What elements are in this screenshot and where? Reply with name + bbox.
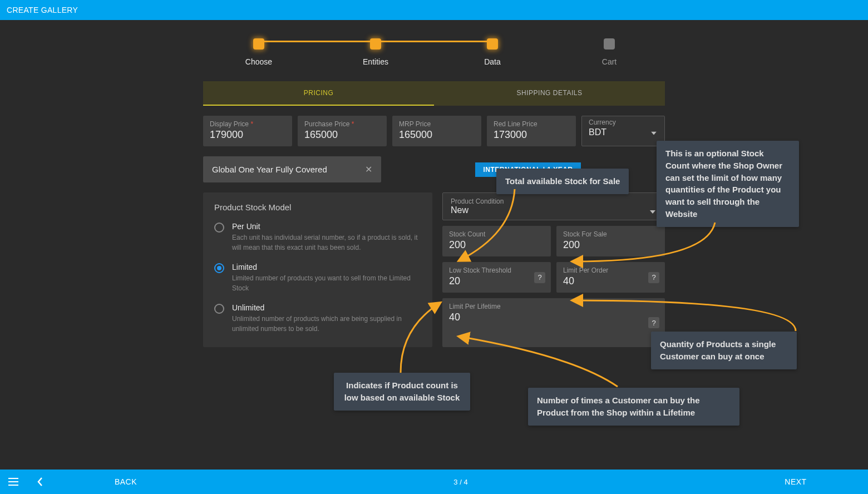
field-value: 179000 [210,129,285,141]
step-label: Cart [602,57,617,66]
field-value: 165000 [399,129,475,141]
radio-label: Limited [232,263,421,271]
step-label: Choose [245,57,272,66]
radio-desc: Unlimited number of products which are b… [232,314,421,334]
step-box [370,38,381,50]
radio-limited[interactable]: Limited Limited number of products you w… [214,263,421,293]
callout-limit-lifetime: Number of times a Customer can buy the P… [528,388,739,426]
step-box [487,38,498,50]
stepper: Choose Entities Data Cart [0,36,868,69]
step-choose[interactable]: Choose [200,38,317,66]
header-title: CREATE GALLERY [7,6,78,14]
tab-shipping[interactable]: SHIPPING DETAILS [434,81,665,106]
low-threshold-field[interactable]: Low Stock Threshold 20 ? [442,262,551,293]
radio-per-unit[interactable]: Per Unit Each unit has individual serial… [214,222,421,253]
field-value: 173000 [494,129,569,141]
field-value: 165000 [304,129,380,141]
field-label: Currency [589,118,658,126]
field-label: Display Price * [210,120,285,128]
warranty-input[interactable]: Global One Year Fully Covered ✕ [203,156,381,182]
svg-rect-0 [8,478,18,479]
field-label: Purchase Price * [304,120,380,128]
display-price-field[interactable]: Display Price * 179000 [203,116,292,146]
help-icon[interactable]: ? [648,272,659,283]
stock-count-field[interactable]: Stock Count 200 [442,226,551,256]
svg-rect-2 [8,485,18,486]
field-label: Stock For Sale [563,230,658,238]
field-value: 200 [449,239,544,251]
price-row: Display Price * 179000 Purchase Price * … [203,116,665,146]
red-line-price-field[interactable]: Red Line Price 173000 [487,116,576,146]
next-button[interactable]: NEXT [723,477,868,486]
mrp-price-field[interactable]: MRP Price 165000 [392,116,481,146]
footer: BACK 3 / 4 NEXT [0,470,868,494]
tab-pricing[interactable]: PRICING [203,81,434,106]
help-icon[interactable]: ? [648,317,659,328]
limit-per-lifetime-field[interactable]: Limit Per Lifetime 40 ? [442,298,665,347]
callout-total-stock: Total available Stock for Sale [496,169,629,194]
chevron-down-icon [650,206,655,215]
two-column: Product Stock Model Per Unit Each unit h… [203,192,665,347]
stock-for-sale-field[interactable]: Stock For Sale 200 [556,226,665,256]
radio-icon[interactable] [214,223,224,233]
header: CREATE GALLERY [0,0,868,20]
callout-stock-for-sale: This is an optional Stock Count where th… [657,141,799,227]
field-value: BDT [589,127,658,137]
menu-icon[interactable] [0,478,27,486]
field-label: Stock Count [449,230,544,238]
step-cart[interactable]: Cart [551,38,668,66]
help-icon[interactable]: ? [534,272,545,283]
field-value: 20 [449,275,544,287]
field-label: Red Line Price [494,120,569,128]
field-value: 200 [563,239,658,251]
radio-label: Unlimited [232,303,421,312]
panel-title: Product Stock Model [214,202,421,212]
step-box [253,38,264,50]
callout-limit-order: Quantity of Products a single Customer c… [651,332,797,369]
chevron-down-icon [651,127,657,136]
field-label: Product Condition [451,197,657,205]
svg-rect-1 [8,481,18,482]
tab-bar: PRICING SHIPPING DETAILS [203,81,665,106]
field-label: MRP Price [399,120,475,128]
purchase-price-field[interactable]: Purchase Price * 165000 [298,116,387,146]
radio-icon[interactable] [214,304,224,314]
currency-select[interactable]: Currency BDT [581,116,665,146]
right-column: Product Condition New Stock Count 200 St… [442,192,665,347]
back-icon[interactable] [27,477,53,486]
limit-per-order-field[interactable]: Limit Per Order 40 ? [556,262,665,293]
field-value: 40 [449,312,658,323]
field-label: Limit Per Lifetime [449,303,658,310]
callout-low-threshold: Indicates if Product count is low based … [334,373,470,411]
radio-desc: Each unit has individual serial number, … [232,233,421,253]
step-label: Entities [363,57,388,66]
field-label: Limit Per Order [563,266,658,274]
radio-label: Per Unit [232,222,421,231]
field-value: New [451,205,657,215]
step-label: Data [484,57,501,66]
step-box [604,38,615,50]
field-value: 40 [563,275,658,287]
radio-desc: Limited number of products you want to s… [232,273,421,293]
radio-icon[interactable] [214,263,224,273]
step-data[interactable]: Data [434,38,551,66]
product-condition-select[interactable]: Product Condition New [442,192,665,220]
close-icon[interactable]: ✕ [365,164,372,175]
warranty-text: Global One Year Fully Covered [212,165,327,174]
back-button[interactable]: BACK [53,477,198,486]
stock-model-panel: Product Stock Model Per Unit Each unit h… [203,192,432,347]
radio-unlimited[interactable]: Unlimited Unlimited number of products w… [214,303,421,334]
page-indicator: 3 / 4 [198,478,723,486]
field-label: Low Stock Threshold [449,266,544,274]
step-entities[interactable]: Entities [317,38,434,66]
content: Display Price * 179000 Purchase Price * … [203,106,665,347]
